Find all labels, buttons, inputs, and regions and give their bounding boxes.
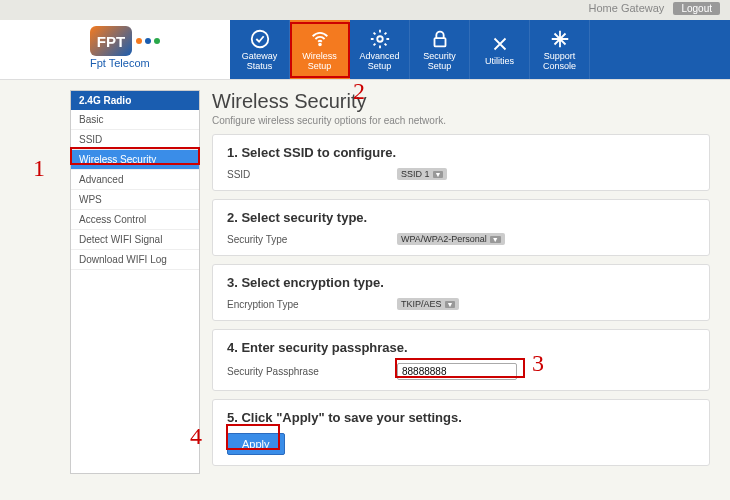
svg-point-2 <box>377 36 383 42</box>
step4-card: 4. Enter security passphrase. Security P… <box>212 329 710 391</box>
sidebar-item-download-log[interactable]: Download WIFI Log <box>71 250 199 270</box>
nav-label: Support Console <box>543 52 576 72</box>
logo-icon: FPT <box>90 26 132 56</box>
step2-card: 2. Select security type. Security Type W… <box>212 199 710 256</box>
nav-utilities[interactable]: Utilities <box>470 20 530 79</box>
svg-point-1 <box>319 43 321 45</box>
nav-gateway-status[interactable]: Gateway Status <box>230 20 290 79</box>
svg-rect-3 <box>434 38 445 46</box>
ssid-value: SSID 1 <box>401 169 430 179</box>
sidebar-item-wireless-security[interactable]: Wireless Security <box>71 150 199 170</box>
chevron-down-icon: ▼ <box>433 171 444 178</box>
security-type-label: Security Type <box>227 234 397 245</box>
page-title: Wireless Security <box>212 90 710 113</box>
nav-security-setup[interactable]: Security Setup <box>410 20 470 79</box>
chevron-down-icon: ▼ <box>490 236 501 243</box>
sidebar: 2.4G Radio Basic SSID Wireless Security … <box>70 90 200 474</box>
step3-card: 3. Select encryption type. Encryption Ty… <box>212 264 710 321</box>
sidebar-header: 2.4G Radio <box>71 91 199 110</box>
header: FPT Fpt Telecom Gateway Status Wireless … <box>0 20 730 80</box>
ssid-label: SSID <box>227 169 397 180</box>
gear-icon <box>369 28 391 50</box>
step1-title: 1. Select SSID to configure. <box>227 145 695 160</box>
brand-sub: Fpt Telecom <box>90 57 210 69</box>
svg-point-0 <box>251 30 268 47</box>
nav-label: Advanced Setup <box>359 52 399 72</box>
sidebar-item-ssid[interactable]: SSID <box>71 130 199 150</box>
step5-card: 5. Click "Apply" to save your settings. … <box>212 399 710 466</box>
sidebar-item-detect-wifi[interactable]: Detect WIFI Signal <box>71 230 199 250</box>
check-circle-icon <box>249 28 271 50</box>
nav-advanced-setup[interactable]: Advanced Setup <box>350 20 410 79</box>
top-bar: Home Gateway Logout <box>0 0 730 20</box>
sidebar-item-basic[interactable]: Basic <box>71 110 199 130</box>
nav-label: Security Setup <box>423 52 456 72</box>
home-gateway-link[interactable]: Home Gateway <box>589 2 665 14</box>
logout-button[interactable]: Logout <box>673 2 720 15</box>
nav-label: Utilities <box>485 57 514 67</box>
step3-title: 3. Select encryption type. <box>227 275 695 290</box>
step2-title: 2. Select security type. <box>227 210 695 225</box>
nav-support-console[interactable]: Support Console <box>530 20 590 79</box>
step4-title: 4. Enter security passphrase. <box>227 340 695 355</box>
encryption-type-value: TKIP/AES <box>401 299 442 309</box>
nav-label: Wireless Setup <box>302 52 337 72</box>
passphrase-input[interactable] <box>397 363 517 380</box>
main-content: Wireless Security Configure wireless sec… <box>212 90 710 474</box>
encryption-type-label: Encryption Type <box>227 299 397 310</box>
encryption-type-select[interactable]: TKIP/AES ▼ <box>397 298 459 310</box>
sidebar-item-access-control[interactable]: Access Control <box>71 210 199 230</box>
sidebar-item-wps[interactable]: WPS <box>71 190 199 210</box>
ssid-select[interactable]: SSID 1 ▼ <box>397 168 447 180</box>
security-type-select[interactable]: WPA/WPA2-Personal ▼ <box>397 233 505 245</box>
sidebar-item-advanced[interactable]: Advanced <box>71 170 199 190</box>
passphrase-label: Security Passphrase <box>227 366 397 377</box>
page-subtitle: Configure wireless security options for … <box>212 115 710 126</box>
brand: FPT Fpt Telecom <box>0 20 230 79</box>
step1-card: 1. Select SSID to configure. SSID SSID 1… <box>212 134 710 191</box>
step5-title: 5. Click "Apply" to save your settings. <box>227 410 695 425</box>
nav-label: Gateway Status <box>242 52 278 72</box>
tools-icon <box>489 33 511 55</box>
wifi-icon <box>309 28 331 50</box>
lock-icon <box>429 28 451 50</box>
apply-button[interactable]: Apply <box>227 433 285 455</box>
arrows-icon <box>549 28 571 50</box>
chevron-down-icon: ▼ <box>445 301 456 308</box>
nav-wireless-setup[interactable]: Wireless Setup <box>290 20 350 79</box>
nav-tabs: Gateway Status Wireless Setup Advanced S… <box>230 20 730 79</box>
security-type-value: WPA/WPA2-Personal <box>401 234 487 244</box>
